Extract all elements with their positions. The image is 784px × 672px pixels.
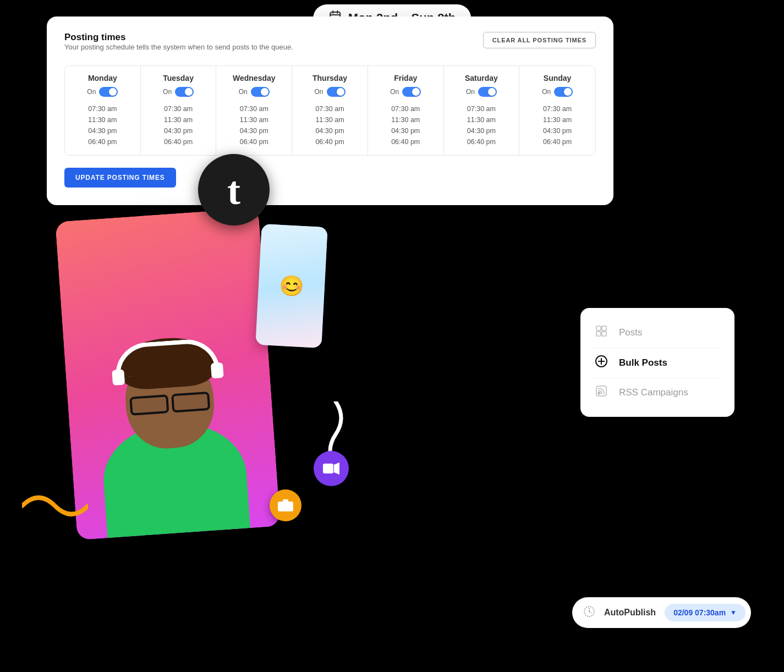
menu-card: Posts Bulk Posts RSS Campaigns	[580, 308, 734, 417]
bulk-posts-icon	[594, 355, 609, 371]
card-header: Posting times Your posting schedule tell…	[64, 32, 596, 62]
day-column-friday: Friday On 07:30 am 11:30 am 04:30 pm 06:…	[368, 66, 444, 155]
day-column-monday: Monday On 07:30 am 11:30 am 04:30 pm 06:…	[65, 66, 141, 155]
menu-item-bulk-posts[interactable]: Bulk Posts	[594, 348, 721, 378]
day-column-wednesday: Wednesday On 07:30 am 11:30 am 04:30 pm …	[216, 66, 292, 155]
day-column-tuesday: Tuesday On 07:30 am 11:30 am 04:30 pm 06…	[141, 66, 217, 155]
photo-card-small: 😊	[255, 224, 327, 348]
posting-times-title: Posting times Your posting schedule tell…	[64, 32, 293, 62]
svg-marker-5	[334, 462, 339, 475]
tumblr-letter: t	[227, 169, 240, 211]
svg-rect-10	[602, 326, 606, 331]
update-posting-times-button[interactable]: UPDATE POSTING TIMES	[64, 168, 176, 188]
autopublish-bar: AutoPublish 02/09 07:30am ▼	[572, 597, 751, 628]
person-photo	[55, 208, 281, 540]
toggle-sunday[interactable]	[554, 87, 573, 97]
bulk-posts-label: Bulk Posts	[619, 357, 667, 368]
svg-rect-11	[596, 332, 601, 336]
svg-rect-16	[596, 386, 606, 396]
toggle-saturday[interactable]	[478, 87, 497, 97]
posts-icon	[594, 324, 609, 341]
toggle-friday[interactable]	[402, 87, 421, 97]
schedule-card: Posting times Your posting schedule tell…	[47, 16, 613, 205]
day-column-sunday: Sunday On 07:30 am 11:30 am 04:30 pm 06:…	[519, 66, 595, 155]
menu-item-rss[interactable]: RSS Campaigns	[594, 378, 721, 407]
toggle-wednesday[interactable]	[251, 87, 270, 97]
squiggle-yellow-decoration	[22, 484, 88, 519]
svg-point-17	[598, 392, 600, 394]
toggle-thursday[interactable]	[327, 87, 346, 97]
rss-icon	[594, 385, 609, 400]
toggle-tuesday[interactable]	[175, 87, 194, 97]
menu-item-posts[interactable]: Posts	[594, 318, 721, 348]
autopublish-icon	[583, 605, 595, 620]
autopublish-label: AutoPublish	[604, 608, 656, 618]
rss-label: RSS Campaigns	[619, 387, 688, 398]
svg-line-20	[589, 612, 591, 613]
autopublish-date-value: 02/09 07:30am	[673, 608, 726, 617]
day-column-saturday: Saturday On 07:30 am 11:30 am 04:30 pm 0…	[444, 66, 520, 155]
day-column-thursday: Thursday On 07:30 am 11:30 am 04:30 pm 0…	[292, 66, 368, 155]
clear-all-button[interactable]: CLEAR ALL POSTING TIMES	[483, 32, 596, 48]
svg-point-7	[283, 504, 288, 509]
days-grid: Monday On 07:30 am 11:30 am 04:30 pm 06:…	[64, 65, 596, 156]
photo-card-main	[55, 208, 281, 540]
toggle-monday[interactable]	[99, 87, 118, 97]
svg-rect-4	[323, 464, 333, 473]
posts-label: Posts	[619, 327, 643, 338]
svg-rect-8	[283, 499, 288, 503]
svg-rect-9	[596, 326, 601, 331]
autopublish-date-picker[interactable]: 02/09 07:30am ▼	[665, 604, 745, 621]
video-badge	[314, 451, 349, 486]
chevron-down-icon: ▼	[730, 609, 737, 616]
camera-badge	[270, 489, 301, 521]
svg-rect-12	[602, 332, 606, 336]
tumblr-logo: t	[198, 154, 270, 225]
